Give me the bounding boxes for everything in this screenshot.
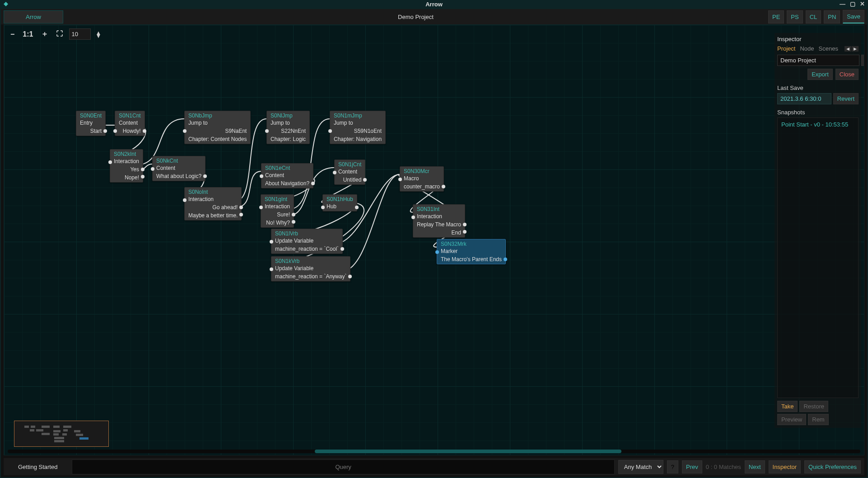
node-title: S0N1gInt bbox=[261, 195, 294, 203]
zoom-fit-button[interactable] bbox=[55, 29, 65, 39]
port-out[interactable] bbox=[463, 223, 467, 226]
port-in[interactable] bbox=[151, 167, 154, 171]
port-in[interactable] bbox=[328, 129, 332, 133]
port-in[interactable] bbox=[259, 206, 263, 209]
preview-button[interactable]: Preview bbox=[777, 414, 806, 425]
zoom-in-button[interactable]: ＋ bbox=[39, 28, 50, 40]
insp-arrow-right[interactable]: ▶ bbox=[852, 46, 859, 52]
export-button[interactable]: Export bbox=[807, 69, 833, 80]
node-S0N1lVrb[interactable]: S0N1lVrbUpdate Variablemachine_reaction … bbox=[271, 229, 343, 254]
node-row: Replay The Macro bbox=[413, 221, 465, 229]
set-button[interactable]: Set bbox=[861, 55, 864, 66]
node-S0N1Cnt[interactable]: S0N1CntContentHowdy! bbox=[115, 111, 145, 136]
save-button[interactable]: Save bbox=[843, 10, 864, 23]
node-S0N31Int[interactable]: S0N31IntInteractionReplay The MacroEnd bbox=[413, 204, 465, 238]
zoom-reset-button[interactable]: 1:1 bbox=[21, 29, 35, 39]
rem-button[interactable]: Rem bbox=[808, 414, 828, 425]
node-S0N1eCnt[interactable]: S0N1eCntContentAbout Navigation? bbox=[261, 163, 313, 188]
node-S0N1mJmp[interactable]: S0N1mJmpJump toS59N1oEntChapter: Navigat… bbox=[330, 111, 386, 144]
node-title: S0N1eCnt bbox=[261, 164, 313, 172]
port-out[interactable] bbox=[463, 230, 467, 234]
node-row: Content bbox=[115, 119, 145, 127]
port-out[interactable] bbox=[141, 175, 145, 178]
node-S0NlJmp[interactable]: S0NlJmpJump toS22NnEntChapter: Logic bbox=[266, 111, 310, 144]
close-project-button[interactable]: Close bbox=[835, 69, 859, 80]
snapshot-item[interactable]: Point Start - v0 - 10:53:55 bbox=[779, 120, 856, 129]
port-in[interactable] bbox=[435, 250, 439, 254]
next-button[interactable]: Next bbox=[745, 460, 765, 473]
prev-button[interactable]: Prev bbox=[682, 460, 702, 473]
zoom-input[interactable] bbox=[69, 28, 91, 40]
node-row: Untitled bbox=[335, 176, 365, 184]
help-button[interactable]: ? bbox=[667, 460, 678, 473]
node-S0NkCnt[interactable]: S0NkCntContentWhat about Logic? bbox=[152, 156, 205, 181]
match-mode-select[interactable]: Any Match bbox=[618, 460, 663, 474]
tab-project[interactable]: Project bbox=[777, 45, 795, 52]
port-out[interactable] bbox=[141, 168, 145, 171]
node-row: Sure! bbox=[261, 211, 294, 219]
node-row: Chapter: Content Nodes bbox=[185, 136, 250, 144]
node-row: Chapter: Logic bbox=[267, 136, 309, 144]
port-out[interactable] bbox=[504, 258, 507, 261]
port-in[interactable] bbox=[113, 129, 117, 133]
node-S0N1gInt[interactable]: S0N1gIntInteractionSure!No! Why? bbox=[261, 194, 294, 228]
node-row: Jump to bbox=[330, 119, 385, 127]
port-in[interactable] bbox=[398, 178, 402, 181]
cl-button[interactable]: CL bbox=[806, 10, 821, 23]
minimap[interactable] bbox=[14, 421, 109, 447]
horizontal-scrollbar[interactable] bbox=[8, 450, 860, 453]
node-S0N32Mrk[interactable]: S0N32MrkMarkerThe Macro's Parent Ends bbox=[437, 239, 506, 264]
port-out[interactable] bbox=[103, 129, 107, 133]
node-S0NoInt[interactable]: S0NoIntInteractionGo ahead!Maybe a bette… bbox=[184, 187, 242, 220]
node-row: Howdy! bbox=[115, 127, 145, 136]
port-out[interactable] bbox=[292, 220, 295, 224]
pe-button[interactable]: PE bbox=[768, 10, 784, 23]
port-out[interactable] bbox=[143, 129, 146, 133]
port-in[interactable] bbox=[265, 129, 269, 133]
port-in[interactable] bbox=[183, 129, 187, 133]
port-in[interactable] bbox=[333, 171, 336, 174]
node-S0N1hHub[interactable]: S0N1hHubHub bbox=[322, 194, 357, 211]
project-name-input[interactable] bbox=[777, 55, 859, 66]
port-in[interactable] bbox=[270, 240, 273, 244]
node-title: S0N0Ent bbox=[76, 111, 105, 119]
port-out[interactable] bbox=[292, 213, 295, 216]
zoom-spinner[interactable]: ▲▼ bbox=[95, 31, 101, 37]
maximize-button[interactable]: ▢ bbox=[849, 0, 857, 7]
minimize-button[interactable]: — bbox=[838, 0, 847, 7]
node-title: S0N2kInt bbox=[110, 150, 143, 158]
node-S0N1jCnt[interactable]: S0N1jCntContentUntitled bbox=[334, 159, 365, 185]
node-S0NbJmp[interactable]: S0NbJmpJump toS9NaEntChapter: Content No… bbox=[184, 111, 251, 144]
port-out[interactable] bbox=[442, 185, 445, 188]
insp-arrow-left[interactable]: ◀ bbox=[845, 46, 851, 52]
revert-button[interactable]: Revert bbox=[833, 93, 859, 104]
tab-node[interactable]: Node bbox=[800, 45, 814, 52]
pn-button[interactable]: PN bbox=[824, 10, 840, 23]
scrollbar-thumb[interactable] bbox=[315, 450, 622, 453]
close-button[interactable]: ✕ bbox=[859, 0, 866, 7]
node-S0N0Ent[interactable]: S0N0EntEntryStart bbox=[76, 111, 106, 136]
port-in[interactable] bbox=[183, 198, 187, 202]
port-in[interactable] bbox=[108, 160, 112, 164]
quick-prefs-button[interactable]: Quick Preferences bbox=[804, 460, 861, 473]
port-out[interactable] bbox=[355, 206, 359, 209]
port-in[interactable] bbox=[270, 267, 273, 271]
restore-button[interactable]: Restore bbox=[799, 401, 828, 412]
ps-button[interactable]: PS bbox=[787, 10, 803, 23]
arrow-tab[interactable]: Arrow bbox=[4, 10, 63, 23]
node-S0N1kVrb[interactable]: S0N1kVrbUpdate Variablemachine_reaction … bbox=[271, 256, 350, 281]
port-in[interactable] bbox=[411, 216, 415, 219]
node-S0N2kInt[interactable]: S0N2kIntInteractionYesNope! bbox=[110, 149, 143, 183]
node-title: S0N32Mrk bbox=[437, 239, 505, 248]
node-S0N30Mcr[interactable]: S0N30McrMacrocounter_macro bbox=[400, 166, 444, 192]
getting-started-link[interactable]: Getting Started bbox=[7, 464, 68, 470]
last-save-label: Last Save bbox=[777, 84, 859, 91]
canvas[interactable]: − 1:1 ＋ ▲▼ S0N0EntEntryStartS0N1CntConte… bbox=[4, 24, 864, 455]
zoom-out-button[interactable]: − bbox=[9, 29, 16, 39]
query-input[interactable] bbox=[72, 459, 614, 474]
tab-scenes[interactable]: Scenes bbox=[819, 45, 838, 52]
port-in[interactable] bbox=[321, 206, 325, 209]
port-in[interactable] bbox=[260, 174, 263, 178]
inspector-button[interactable]: Inspector bbox=[769, 460, 801, 473]
take-button[interactable]: Take bbox=[777, 401, 798, 412]
